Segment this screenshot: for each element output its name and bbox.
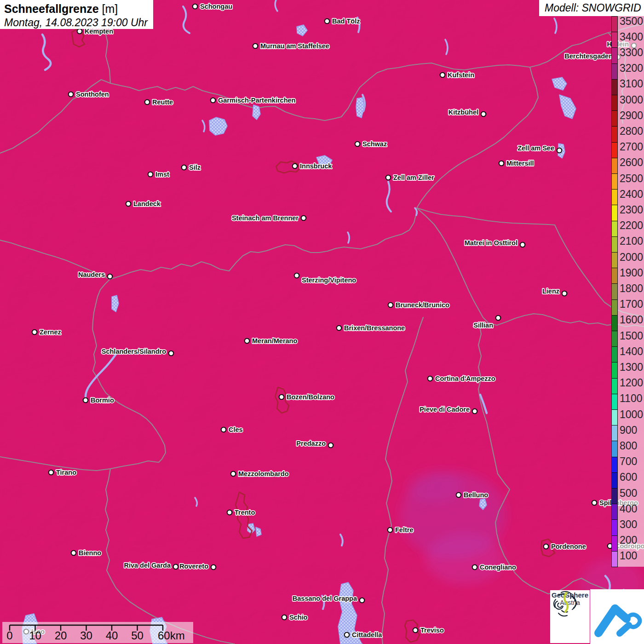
- city-label: Rovereto: [179, 563, 208, 570]
- scale-label: 60km: [158, 629, 185, 642]
- city-riva-del-garda[interactable]: Riva del Garda: [124, 562, 178, 569]
- colorbar-cell: [611, 488, 618, 504]
- city-label: Bassano del Grappa: [293, 595, 357, 602]
- city-label: Bruneck/Brunico: [396, 301, 449, 309]
- colorbar-label: 3000: [620, 95, 643, 105]
- colorbar-cell: [611, 236, 618, 253]
- colorbar-cell: [611, 283, 618, 299]
- colorbar-label: 100: [620, 551, 637, 561]
- city-marker: [557, 148, 562, 153]
- colorbar-label: 2600: [620, 157, 643, 168]
- city-marker: [282, 615, 287, 620]
- city-mezzolombardo[interactable]: Mezzolombardo: [231, 470, 289, 477]
- city-marker: [69, 92, 74, 97]
- page-title: Schneefallgrenze [m]: [4, 2, 153, 16]
- city-marker: [253, 44, 258, 49]
- city-marker: [245, 339, 250, 344]
- colorbar-cell: [611, 299, 618, 316]
- geosphere-logo[interactable]: GeoSphere Austria: [550, 590, 590, 643]
- colorbar-cell: [611, 158, 618, 174]
- colorbar-label: 700: [620, 456, 637, 467]
- scale-label: 30: [80, 629, 92, 642]
- city-label: Sillian: [473, 322, 493, 329]
- city-marker: [301, 216, 306, 221]
- city-label: Murnau am Staffelsee: [260, 42, 329, 50]
- colorbar-label: 2900: [620, 110, 643, 121]
- city-marker: [294, 273, 299, 278]
- city-label: Schongau: [200, 3, 232, 10]
- city-brixen-bressanone[interactable]: Brixen/Bressanone: [337, 324, 405, 332]
- city-marker: [544, 544, 549, 549]
- colorbar-label: 200: [620, 535, 637, 546]
- city-marker: [279, 395, 284, 400]
- colorbar-cell: [611, 126, 618, 142]
- city-pieve-di-cadore[interactable]: Pieve di Cadore: [420, 406, 477, 414]
- colorbar-label: 2500: [620, 173, 643, 184]
- city-marker: [227, 510, 232, 515]
- city-label: Kufstein: [448, 71, 474, 79]
- city-imst[interactable]: Imst: [148, 171, 169, 178]
- city-label: Cittadella: [352, 631, 382, 638]
- colorbar-cell: [611, 425, 618, 441]
- colorbar-label: 2300: [620, 205, 643, 215]
- city-label: Cortina d'Ampezzo: [435, 375, 495, 382]
- colorbar-cell: [611, 551, 618, 567]
- city-matrei-in-osttirol[interactable]: Matrei in Osttirol: [465, 239, 525, 247]
- title-text: Schneefallgrenze: [4, 2, 99, 15]
- colorbar-cell: [611, 189, 618, 205]
- city-marker: [355, 142, 360, 147]
- city-label: Treviso: [420, 627, 444, 634]
- city-bruneck-brunico[interactable]: Bruneck/Brunico: [388, 301, 449, 309]
- city-silz[interactable]: Silz: [182, 164, 201, 171]
- colorbar-cell: [611, 315, 618, 331]
- colorbar-label: 1300: [620, 362, 643, 373]
- colorbar-cell: [611, 394, 618, 410]
- city-label: Innsbruck: [300, 162, 332, 170]
- colorbar-label: 1200: [620, 378, 643, 388]
- city-murnau-am-staffelsee[interactable]: Murnau am Staffelsee: [253, 42, 329, 50]
- city-label: Bormio: [91, 397, 114, 404]
- city-marker: [328, 443, 334, 448]
- mountain-icon: [590, 589, 644, 644]
- city-cles[interactable]: Cles: [221, 426, 243, 433]
- colorbar-cell: [611, 441, 618, 457]
- colorbar-label: 2400: [620, 189, 643, 200]
- city-label: Reutte: [152, 98, 173, 106]
- colorbar-label: 1100: [620, 393, 642, 404]
- city-label: Bozen/Bolzano: [287, 393, 334, 401]
- city-marker: [388, 303, 393, 308]
- city-marker: [499, 161, 504, 166]
- city-garmisch-partenkirchen[interactable]: Garmisch-Partenkirchen: [211, 97, 296, 104]
- city-steinach-am-brenner[interactable]: Steinach am Brenner: [232, 214, 306, 222]
- city-label: Kitzbühel: [448, 109, 478, 116]
- city-marker: [169, 351, 174, 356]
- city-marker: [108, 274, 113, 279]
- city-marker: [145, 100, 150, 105]
- city-cortina-d-ampezzo[interactable]: Cortina d'Ampezzo: [428, 375, 495, 382]
- colorbar-cell: [611, 504, 618, 520]
- city-bozen-bolzano[interactable]: Bozen/Bolzano: [279, 393, 334, 401]
- geosphere-logo-icon: [550, 590, 580, 619]
- city-marker: [32, 330, 37, 335]
- city-meran-merano[interactable]: Meran/Merano: [245, 337, 298, 345]
- city-label: Brixen/Bressanone: [344, 324, 405, 332]
- city-schlanders-silandro[interactable]: Schlanders/Silandro: [102, 348, 174, 356]
- map-canvas[interactable]: SchongauBad TölzKemptenMurnau am Staffel…: [0, 0, 644, 644]
- city-marker: [386, 175, 391, 180]
- city-zell-am-ziller[interactable]: Zell am Ziller: [386, 174, 434, 181]
- city-marker: [211, 98, 216, 103]
- colorbar-label: 400: [620, 504, 637, 514]
- city-marker: [193, 4, 198, 9]
- colorbar-cell: [611, 79, 618, 95]
- city-label: Pordenone: [551, 543, 586, 550]
- partner-logo[interactable]: [590, 589, 644, 644]
- city-label: Landeck: [133, 200, 161, 207]
- colorbar-cell: [611, 110, 618, 126]
- title-datetime: Montag, 14.08.2023 19:00 Uhr: [4, 17, 153, 29]
- colorbar-label: 1000: [620, 409, 643, 420]
- colorbar-label: 1700: [620, 299, 643, 310]
- city-bassano-del-grappa[interactable]: Bassano del Grappa: [293, 595, 365, 603]
- title-unit: [m]: [99, 2, 118, 15]
- colorbar-cell: [611, 47, 618, 63]
- city-marker: [413, 628, 418, 633]
